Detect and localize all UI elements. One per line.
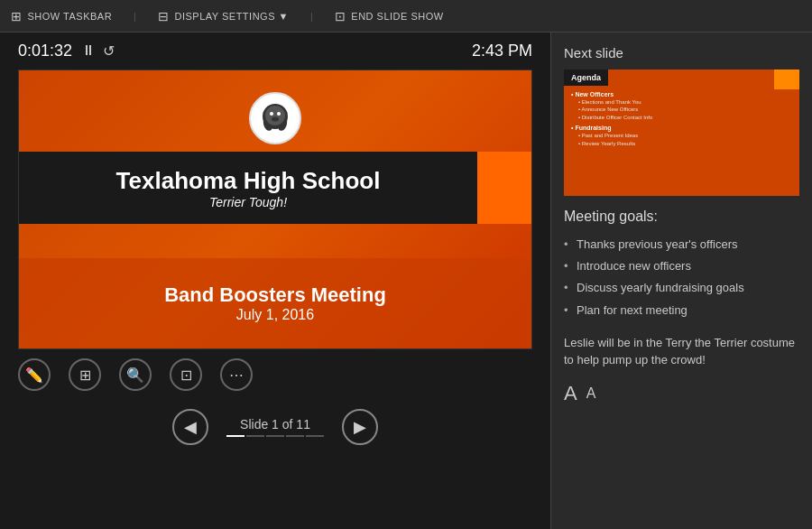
slide-controls: ✏️ ⊞ 🔍 ⊡ ⋯ <box>0 349 550 400</box>
nav-row: ◀ Slide 1 of 11 ▶ <box>154 400 396 454</box>
thumb-body: • New Officers • Elections and Thank You… <box>564 86 799 156</box>
font-controls: A A <box>564 382 799 405</box>
pointer-button[interactable]: ⊡ <box>170 358 202 391</box>
main-content: 0:01:32 ⏸ ↺ 2:43 PM <box>0 32 812 529</box>
progress-dot-3 <box>266 435 284 437</box>
thumb-accent <box>774 70 799 89</box>
pen-tool-button[interactable]: ✏️ <box>18 358 51 391</box>
zoom-button[interactable]: 🔍 <box>119 358 152 391</box>
left-panel: 0:01:32 ⏸ ↺ 2:43 PM <box>0 32 550 529</box>
previous-slide-button[interactable]: ◀ <box>172 409 208 445</box>
thumb-item-1b: • Announce New Officers <box>571 106 792 113</box>
goal-item-4: Plan for next meeting <box>564 300 799 321</box>
end-slide-show-button[interactable]: ⊡ END SLIDE SHOW <box>335 9 444 23</box>
end-slide-show-label: END SLIDE SHOW <box>351 11 443 22</box>
thumb-item-1a: • Elections and Thank You <box>571 98 792 106</box>
font-increase-button[interactable]: A <box>564 382 577 405</box>
slide-orange-accent <box>477 152 531 224</box>
slide-counter: Slide 1 of 11 <box>226 417 324 432</box>
timer-left: 0:01:32 ⏸ ↺ <box>18 42 115 60</box>
goal-item-1: Thanks previous year's officers <box>564 234 799 255</box>
slide-progress-bar <box>226 435 324 437</box>
meeting-date: July 1, 2016 <box>236 307 314 323</box>
timer-controls: ⏸ ↺ <box>81 42 115 60</box>
slide-title-band: Texlahoma High School Terrier Tough! <box>19 152 477 224</box>
next-slide-button[interactable]: ▶ <box>342 409 378 445</box>
end-slide-show-icon: ⊡ <box>335 9 346 23</box>
current-time: 2:43 PM <box>472 42 532 60</box>
slide-bottom-band: Band Boosters Meeting July 1, 2016 <box>19 258 531 348</box>
progress-dot-1 <box>226 435 245 437</box>
toolbar-divider-2: | <box>310 11 313 22</box>
svg-point-3 <box>265 106 285 125</box>
slide-background: Texlahoma High School Terrier Tough! Ban… <box>19 70 531 348</box>
display-settings-label: DISPLAY SETTINGS ▼ <box>174 11 288 22</box>
school-tagline: Terrier Tough! <box>209 195 287 209</box>
toolbar-divider-1: | <box>134 11 136 22</box>
toolbar: ⊞ SHOW TASKBAR | ⊟ DISPLAY SETTINGS ▼ | … <box>0 0 812 32</box>
show-taskbar-button[interactable]: ⊞ SHOW TASKBAR <box>11 9 112 23</box>
terrier-svg <box>255 98 295 138</box>
school-logo <box>248 88 302 147</box>
thumb-header: Agenda <box>564 70 608 86</box>
taskbar-icon: ⊞ <box>11 9 23 23</box>
reset-button[interactable]: ↺ <box>103 42 115 60</box>
dog-mascot-icon <box>249 92 301 144</box>
right-panel: Next slide Agenda • New Officers • Elect… <box>550 32 812 529</box>
svg-point-5 <box>277 112 281 116</box>
pause-button[interactable]: ⏸ <box>81 42 96 60</box>
goal-item-2: Introduce new officers <box>564 255 799 277</box>
display-settings-button[interactable]: ⊟ DISPLAY SETTINGS ▼ <box>158 9 289 23</box>
progress-dot-5 <box>306 435 324 437</box>
goal-item-3: Discuss yearly fundraising goals <box>564 277 799 299</box>
progress-dot-4 <box>286 435 304 437</box>
next-slide-thumbnail[interactable]: Agenda • New Officers • Elections and Th… <box>564 70 799 196</box>
thumb-section-title-1: • New Officers <box>571 91 792 97</box>
grid-view-button[interactable]: ⊞ <box>69 358 101 391</box>
display-settings-icon: ⊟ <box>158 9 170 23</box>
more-options-button[interactable]: ⋯ <box>220 358 253 391</box>
slide-display: Texlahoma High School Terrier Tough! Ban… <box>18 70 532 349</box>
meeting-goals-title: Meeting goals: <box>564 209 799 225</box>
timer-row: 0:01:32 ⏸ ↺ 2:43 PM <box>0 32 550 70</box>
show-taskbar-label: SHOW TASKBAR <box>28 11 113 22</box>
thumb-item-2b: • Review Yearly Results <box>571 140 792 147</box>
next-slide-label: Next slide <box>564 45 799 60</box>
meeting-title: Band Boosters Meeting <box>164 283 386 307</box>
goals-list: Thanks previous year's officers Introduc… <box>564 234 799 321</box>
thumb-item-2a: • Past and Present Ideas <box>571 132 792 139</box>
thumb-section-2: • Fundraising • Past and Present Ideas •… <box>571 125 792 147</box>
slide-navigation: ◀ Slide 1 of 11 ▶ <box>0 400 550 461</box>
extra-note: Leslie will be in the Terry the Terrier … <box>564 334 799 369</box>
svg-point-6 <box>272 116 279 121</box>
thumb-section-1: • New Officers • Elections and Thank You… <box>571 91 792 121</box>
thumb-item-1c: • Distribute Officer Contact Info <box>571 114 792 121</box>
font-decrease-button[interactable]: A <box>586 385 596 402</box>
thumb-section-title-2: • Fundraising <box>571 125 792 131</box>
svg-point-4 <box>270 112 273 116</box>
progress-dot-2 <box>246 435 264 437</box>
elapsed-time: 0:01:32 <box>18 42 72 60</box>
school-name: Texlahoma High School <box>116 167 381 195</box>
